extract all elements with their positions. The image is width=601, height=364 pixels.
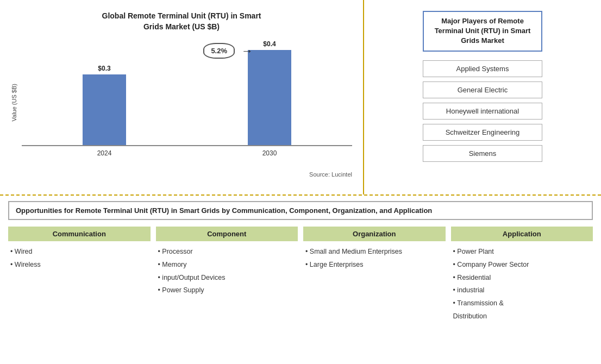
major-players-title: Major Players of RemoteTerminal Unit (RT… <box>423 11 542 52</box>
player-schweitzer: Schweitzer Engineering <box>423 124 542 141</box>
player-ge: General Electric <box>423 81 542 98</box>
cat-items-organization: Small and Medium Enterprises Large Enter… <box>303 246 446 272</box>
cat-items-application: Power Plant Company Power Sector Residen… <box>451 246 593 323</box>
category-application: Application Power Plant Company Power Se… <box>451 227 593 323</box>
item-sme: Small and Medium Enterprises <box>305 246 446 259</box>
categories-row: Communication Wired Wireless Component P… <box>8 227 593 323</box>
cat-items-communication: Wired Wireless <box>8 246 151 272</box>
item-large-ent: Large Enterprises <box>305 259 446 272</box>
bar-2024-rect <box>83 74 126 145</box>
chart-wrapper: Value (US $B) $0.3 $0.4 <box>11 37 352 168</box>
main-container: Global Remote Terminal Unit (RTU) in Sma… <box>0 0 601 364</box>
cat-header-component: Component <box>156 227 298 241</box>
cat-items-component: Processor Memory input/Output Devices Po… <box>156 246 298 297</box>
item-wired: Wired <box>10 246 151 259</box>
item-residential: Residential <box>453 272 593 285</box>
cagr-bubble: 5.2% <box>203 43 235 59</box>
bar-2030-rect <box>248 50 291 145</box>
bar-2030-value: $0.4 <box>263 40 276 48</box>
item-memory: Memory <box>158 259 298 272</box>
chart-title: Global Remote Terminal Unit (RTU) in Sma… <box>102 11 261 32</box>
bars-container: $0.3 $0.4 5.2% → <box>22 37 352 146</box>
x-axis-labels: 2024 2030 <box>22 149 352 157</box>
y-axis-label: Value (US $B) <box>11 84 17 122</box>
category-component: Component Processor Memory input/Output … <box>156 227 298 323</box>
category-organization: Organization Small and Medium Enterprise… <box>303 227 446 323</box>
category-communication: Communication Wired Wireless <box>8 227 151 323</box>
x-label-2024: 2024 <box>97 149 112 157</box>
bar-2024-value: $0.3 <box>98 65 110 72</box>
cat-header-organization: Organization <box>303 227 446 241</box>
item-processor: Processor <box>158 246 298 259</box>
cat-header-communication: Communication <box>8 227 151 241</box>
bottom-section: Opportunities for Remote Terminal Unit (… <box>0 196 601 364</box>
right-panel: Major Players of RemoteTerminal Unit (RT… <box>364 0 601 194</box>
item-industrial: industrial <box>453 284 593 297</box>
item-power-plant: Power Plant <box>453 246 593 259</box>
item-transmission: Transmission &Distribution <box>453 297 593 323</box>
bar-chart: $0.3 $0.4 5.2% → <box>22 37 352 168</box>
item-io-devices: input/Output Devices <box>158 272 298 285</box>
bar-2030: $0.4 <box>248 40 291 145</box>
bar-2024: $0.3 <box>83 65 126 145</box>
item-power-supply: Power Supply <box>158 284 298 297</box>
player-applied: Applied Systems <box>423 60 542 77</box>
cagr-arrow: → <box>241 44 253 58</box>
item-wireless: Wireless <box>10 259 151 272</box>
player-siemens: Siemens <box>423 145 542 162</box>
x-label-2030: 2030 <box>262 149 277 157</box>
player-honeywell: Honeywell international <box>423 103 542 120</box>
opportunities-title: Opportunities for Remote Terminal Unit (… <box>8 201 593 220</box>
chart-area: Global Remote Terminal Unit (RTU) in Sma… <box>0 0 364 194</box>
source-text: Source: Lucintel <box>309 171 352 178</box>
top-section: Global Remote Terminal Unit (RTU) in Sma… <box>0 0 601 196</box>
item-company-power: Company Power Sector <box>453 259 593 272</box>
cat-header-application: Application <box>451 227 593 241</box>
